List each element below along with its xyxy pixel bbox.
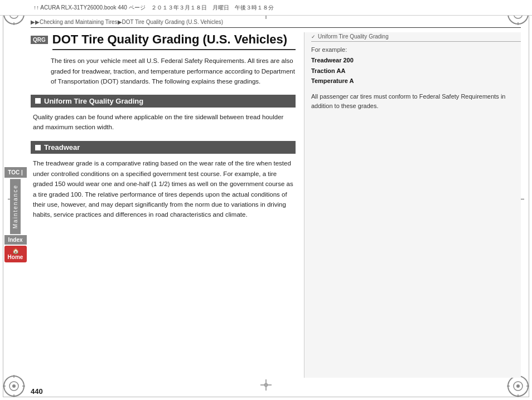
maintenance-label: Maintenance	[10, 179, 21, 234]
right-panel: Uniform Tire Quality Grading For example…	[304, 32, 521, 378]
index-button[interactable]: Index	[4, 235, 27, 245]
print-info-text: ↑↑ ACURA RLX-31TY26000.book 440 ページ ２０１３…	[33, 4, 274, 12]
content-split: QRG DOT Tire Quality Grading (U.S. Vehic…	[31, 32, 521, 378]
right-panel-examples: Treadwear 200 Traction AA Temperature A	[311, 55, 521, 86]
section1-body: Quality grades can be found where applic…	[31, 112, 296, 133]
section2-square-icon	[35, 145, 41, 150]
example-treadwear: Treadwear 200	[311, 55, 521, 66]
svg-point-27	[516, 384, 520, 388]
left-sidebar: TOC | Maintenance Index 🏠 Home	[0, 167, 31, 400]
intro-paragraph: The tires on your vehicle meet all U.S. …	[31, 56, 296, 86]
left-content: QRG DOT Tire Quality Grading (U.S. Vehic…	[31, 32, 304, 378]
right-panel-note: All passenger car tires must conform to …	[311, 92, 521, 110]
main-content: ▶▶Checking and Maintaining Tires▶DOT Tir…	[31, 16, 521, 378]
section1-square-icon	[35, 98, 41, 104]
title-area: QRG DOT Tire Quality Grading (U.S. Vehic…	[31, 32, 296, 50]
right-panel-label: For example:	[311, 46, 521, 53]
page-number: 440	[31, 387, 43, 396]
page-title: DOT Tire Quality Grading (U.S. Vehicles)	[52, 32, 296, 50]
right-panel-title: Uniform Tire Quality Grading	[311, 33, 521, 42]
section2-body: The treadwear grade is a comparative rat…	[31, 158, 296, 219]
breadcrumb: ▶▶Checking and Maintaining Tires▶DOT Tir…	[31, 16, 521, 28]
example-temperature: Temperature A	[311, 76, 521, 86]
toc-button[interactable]: TOC |	[4, 167, 27, 178]
print-info-bar: ↑↑ ACURA RLX-31TY26000.book 440 ページ ２０１３…	[0, 0, 532, 16]
example-traction: Traction AA	[311, 66, 521, 76]
crosshair-bottom	[260, 379, 272, 392]
qrg-badge: QRG	[31, 36, 48, 44]
home-icon: 🏠	[12, 248, 19, 254]
section1-heading: Uniform Tire Quality Grading	[31, 95, 296, 108]
home-button[interactable]: 🏠 Home	[4, 246, 27, 262]
section2-heading: Treadwear	[31, 141, 296, 154]
